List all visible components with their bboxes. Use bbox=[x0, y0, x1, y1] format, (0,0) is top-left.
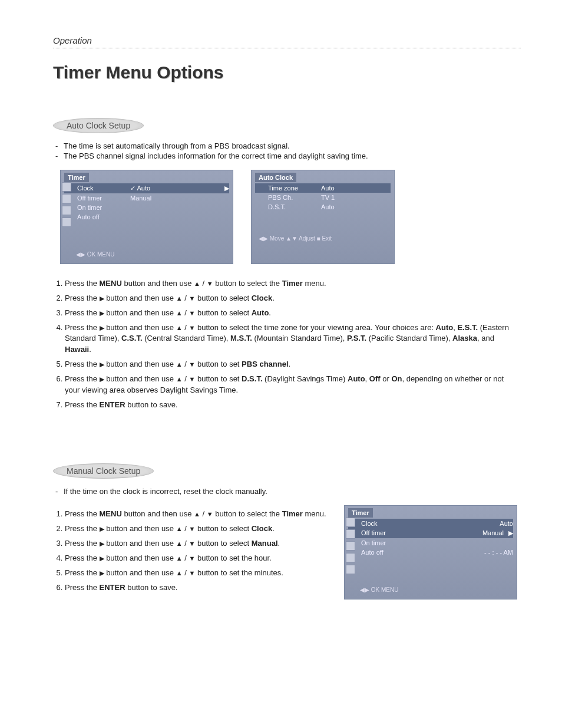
down-arrow-icon bbox=[207, 279, 213, 288]
osd-key: Off timer bbox=[361, 529, 414, 537]
osd-icon bbox=[346, 553, 355, 562]
step: Press the button and then use / button t… bbox=[65, 322, 521, 356]
t: button and then use bbox=[104, 323, 176, 332]
tz-pst: P.S.T. bbox=[347, 334, 366, 342]
osd-icon bbox=[346, 541, 355, 551]
note: If the time on the clock is incorrect, r… bbox=[64, 487, 521, 496]
menu-label: MENU bbox=[100, 509, 122, 518]
osd-key: Time zone bbox=[268, 185, 321, 192]
timer-label: Timer bbox=[282, 279, 303, 288]
osd-key: Clock bbox=[361, 520, 414, 527]
osd-val: - - : - - AM bbox=[484, 549, 513, 556]
down-arrow-icon bbox=[189, 539, 195, 548]
right-arrow-icon bbox=[100, 554, 104, 562]
down-arrow-icon bbox=[189, 308, 195, 317]
clock-label: Clock bbox=[252, 524, 272, 533]
t: button and then use bbox=[104, 524, 176, 533]
step: Press the MENU button and then use / but… bbox=[65, 509, 330, 520]
osd-row: Auto off bbox=[64, 212, 229, 222]
tz-est: E.S.T. bbox=[457, 323, 478, 332]
auto-notes: The time is set automatically through fr… bbox=[53, 141, 521, 160]
osd-val: Auto bbox=[321, 203, 335, 210]
t: button to select the bbox=[213, 279, 282, 288]
up-arrow-icon bbox=[194, 509, 200, 518]
tz-alaska: Alaska bbox=[452, 334, 477, 342]
note: The time is set automatically through fr… bbox=[64, 141, 521, 150]
menu-label: MENU bbox=[100, 279, 122, 288]
up-arrow-icon bbox=[176, 360, 183, 368]
osd-val: Auto bbox=[500, 520, 513, 527]
up-arrow-icon bbox=[176, 294, 183, 302]
t: Press the bbox=[65, 279, 100, 288]
osd-hints: ◀▶ OK MENU bbox=[64, 251, 229, 258]
t: button to select bbox=[195, 308, 251, 317]
t: (Pacific Standard Time), bbox=[366, 334, 452, 342]
osd-icon bbox=[62, 182, 71, 192]
osd-key: On timer bbox=[361, 539, 414, 546]
t: Press the bbox=[65, 583, 100, 592]
t: menu. bbox=[303, 279, 326, 288]
t: Press the bbox=[65, 539, 100, 548]
t: Press the bbox=[65, 400, 100, 409]
t: button to select bbox=[195, 524, 251, 533]
up-arrow-icon bbox=[176, 524, 183, 533]
osd-icon bbox=[62, 194, 71, 203]
t: , bbox=[365, 374, 369, 383]
down-arrow-icon bbox=[189, 294, 195, 302]
t: button to set bbox=[195, 374, 242, 383]
osd-icon bbox=[346, 529, 355, 539]
enter-label: ENTER bbox=[100, 583, 125, 592]
down-arrow-icon bbox=[189, 323, 195, 332]
osd-key: Auto off bbox=[77, 213, 130, 220]
up-arrow-icon bbox=[176, 554, 183, 562]
step: Press the button and then use / button t… bbox=[65, 568, 330, 579]
t: Press the bbox=[65, 554, 100, 562]
t: (Central Standard Time), bbox=[143, 334, 231, 342]
auto-steps: Press the MENU button and then use / but… bbox=[53, 278, 521, 410]
osd-row: On timer bbox=[64, 203, 229, 212]
up-arrow-icon bbox=[176, 568, 183, 577]
osd-tab-icons bbox=[346, 518, 355, 577]
t: button to select the bbox=[213, 509, 282, 518]
osd-row: Off timer Manual ▶ bbox=[348, 528, 513, 538]
enter-label: ENTER bbox=[100, 400, 125, 409]
osd-key: PBS Ch. bbox=[268, 194, 321, 201]
osd-title: Timer bbox=[64, 173, 89, 182]
t: button and then use bbox=[122, 509, 194, 518]
step: Press the button and then use / button t… bbox=[65, 293, 521, 304]
t: (Mountain Standard Time), bbox=[252, 334, 347, 342]
right-arrow-icon bbox=[100, 360, 104, 368]
osd-icon bbox=[62, 206, 71, 215]
t: button and then use bbox=[122, 279, 194, 288]
t: button to save. bbox=[125, 583, 178, 592]
manual-heading: Manual Clock Setup bbox=[53, 463, 154, 479]
t: Press the bbox=[65, 524, 100, 533]
right-arrow-icon bbox=[100, 374, 104, 383]
t: . bbox=[272, 524, 275, 533]
page-title: Timer Menu Options bbox=[53, 62, 521, 83]
t: button and then use bbox=[104, 374, 176, 383]
up-arrow-icon bbox=[176, 323, 183, 332]
t: button and then use bbox=[104, 308, 176, 317]
osd-row: Auto off - - : - - AM bbox=[348, 548, 513, 557]
t: button to set the hour. bbox=[195, 554, 271, 562]
down-arrow-icon bbox=[207, 509, 213, 518]
osd-icon bbox=[62, 218, 71, 227]
step: Press the button and then use / button t… bbox=[65, 308, 521, 319]
right-arrow-icon bbox=[100, 539, 104, 548]
t: Press the bbox=[65, 374, 100, 383]
osd-key: Off timer bbox=[77, 195, 130, 202]
up-arrow-icon bbox=[194, 279, 200, 288]
osd-hints: ◀▶ OK MENU bbox=[348, 587, 513, 593]
manual-two-col: Press the MENU button and then use / but… bbox=[53, 505, 521, 622]
osd-title: Auto Clock bbox=[255, 173, 296, 182]
step: Press the button and then use / button t… bbox=[65, 553, 330, 564]
step: Press the MENU button and then use / but… bbox=[65, 278, 521, 289]
opt-auto: Auto bbox=[348, 374, 365, 383]
step: Press the button and then use / button t… bbox=[65, 374, 521, 396]
osd-row: Clock ✓ Auto ▶ bbox=[64, 183, 229, 193]
t: Press the bbox=[65, 323, 100, 332]
step: Press the ENTER button to save. bbox=[65, 582, 330, 594]
t: Press the bbox=[65, 568, 100, 577]
osd-auto-clock: Auto Clock Time zone Auto PBS Ch. TV 1 D… bbox=[251, 170, 395, 264]
